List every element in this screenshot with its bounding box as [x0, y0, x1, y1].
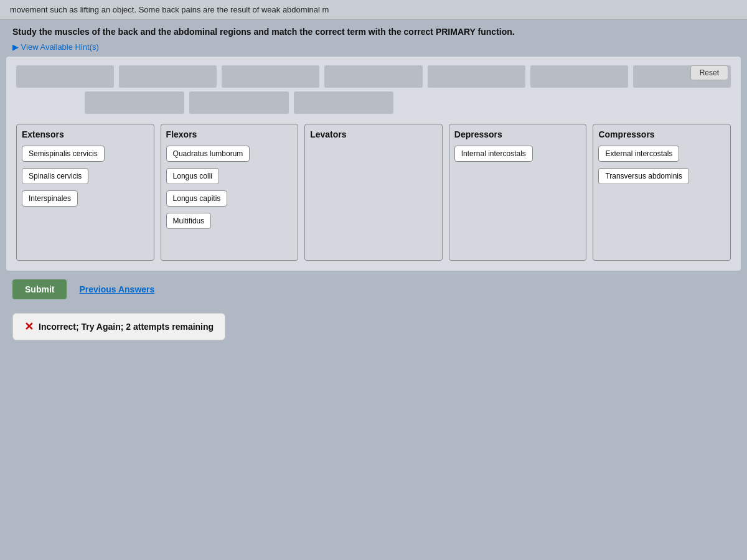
- reset-button[interactable]: Reset: [690, 65, 728, 80]
- term-longus-capitis[interactable]: Longus capitis: [166, 190, 228, 207]
- term-multifidus[interactable]: Multifidus: [166, 213, 212, 229]
- bottom-bar: Submit Previous Answers: [0, 271, 747, 308]
- drop-zone-row1: [16, 65, 731, 88]
- instruction-text: Study the muscles of the back and the ab…: [0, 20, 747, 41]
- category-compressors: Compressors External intercostals Transv…: [593, 124, 731, 261]
- drop-box-4[interactable]: [324, 65, 422, 88]
- category-flexors: Flexors Quadratus lumborum Longus colli …: [161, 124, 299, 261]
- category-flexors-title: Flexors: [166, 129, 293, 139]
- drop-box-10[interactable]: [294, 91, 393, 114]
- incorrect-icon: ✕: [24, 320, 34, 334]
- flexors-terms: Quadratus lumborum Longus colli Longus c…: [166, 146, 293, 233]
- term-spinalis-cervicis[interactable]: Spinalis cervicis: [22, 168, 88, 184]
- category-compressors-title: Compressors: [598, 129, 725, 139]
- previous-answers-link[interactable]: Previous Answers: [79, 284, 154, 294]
- drop-zones-section: [16, 65, 731, 114]
- category-extensors: Extensors Semispinalis cervicis Spinalis…: [16, 124, 154, 261]
- top-bar-text: movement such as lifting an object. Some…: [10, 5, 329, 14]
- category-levators: Levators: [304, 124, 443, 261]
- term-external-intercostals[interactable]: External intercostals: [598, 146, 679, 162]
- top-bar: movement such as lifting an object. Some…: [0, 0, 747, 20]
- category-depressors-title: Depressors: [454, 129, 581, 139]
- term-transversus-abdominis[interactable]: Transversus abdominis: [598, 168, 689, 184]
- depressors-terms: Internal intercostals: [454, 146, 581, 166]
- feedback-row: ✕ Incorrect; Try Again; 2 attempts remai…: [0, 308, 747, 347]
- drop-box-2[interactable]: [119, 65, 217, 88]
- categories-row: Extensors Semispinalis cervicis Spinalis…: [16, 124, 731, 261]
- submit-button[interactable]: Submit: [12, 279, 67, 299]
- term-interspinales[interactable]: Interspinales: [22, 190, 78, 207]
- compressors-terms: External intercostals Transversus abdomi…: [598, 146, 725, 188]
- drop-box-8[interactable]: [85, 91, 184, 114]
- term-internal-intercostals[interactable]: Internal intercostals: [454, 146, 533, 162]
- category-levators-title: Levators: [310, 129, 437, 139]
- term-quadratus-lumborum[interactable]: Quadratus lumborum: [166, 146, 250, 162]
- drop-zone-row2: [85, 91, 731, 114]
- drop-box-9[interactable]: [189, 91, 289, 114]
- extensors-terms: Semispinalis cervicis Spinalis cervicis …: [22, 146, 149, 210]
- feedback-box: ✕ Incorrect; Try Again; 2 attempts remai…: [12, 313, 225, 340]
- term-longus-colli[interactable]: Longus colli: [166, 168, 219, 184]
- feedback-message: Incorrect; Try Again; 2 attempts remaini…: [39, 322, 214, 332]
- main-content: Reset Extensors Semispinalis cervicis Sp…: [6, 57, 741, 271]
- hint-link[interactable]: ▶ View Available Hint(s): [0, 41, 747, 57]
- drop-box-6[interactable]: [530, 65, 628, 88]
- drop-box-3[interactable]: [222, 65, 319, 88]
- drop-box-5[interactable]: [428, 65, 525, 88]
- term-semispinalis-cervicis[interactable]: Semispinalis cervicis: [22, 146, 105, 162]
- category-depressors: Depressors Internal intercostals: [449, 124, 587, 261]
- drop-box-1[interactable]: [16, 65, 114, 88]
- category-extensors-title: Extensors: [22, 129, 149, 139]
